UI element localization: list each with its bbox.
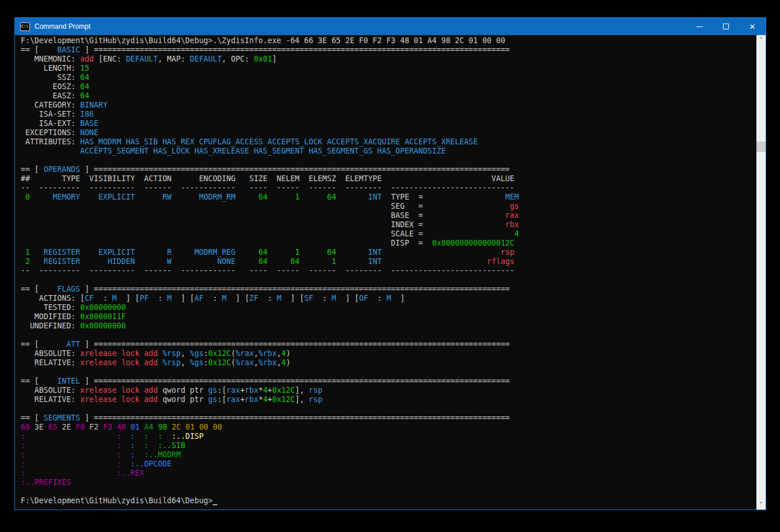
console-line: 66 3E 65 2E F0 F2 F3 48 01 A4 98 2C 01 0…: [21, 423, 755, 432]
maximize-button[interactable]: [713, 18, 739, 35]
console-line: BASE = rax: [21, 211, 755, 220]
console-line: SSZ: 64: [21, 73, 755, 82]
scrollbar-up-arrow[interactable]: ˄: [756, 35, 766, 45]
titlebar[interactable]: C:\ Command Prompt ✕: [15, 18, 766, 35]
console-line: : : : : : :..DISP: [21, 432, 755, 441]
console-area[interactable]: F:\Development\GitHub\zydis\Build64\Debu…: [15, 35, 766, 510]
console-line: ACCEPTS_SEGMENT HAS_LOCK HAS_XRELEASE HA…: [21, 147, 755, 156]
console-line: 0 MEMORY EXPLICIT RW MODRM_RM 64 1 64 IN…: [21, 193, 755, 202]
console-line: : : : : :..SIB: [21, 441, 755, 450]
console-line: == [ BASIC ] ===========================…: [21, 45, 755, 55]
window-controls: ✕: [686, 18, 766, 35]
titlebar-left: C:\ Command Prompt: [20, 22, 90, 31]
console-line: ## TYPE VISIBILITY ACTION ENCODING SIZE …: [21, 174, 755, 183]
console-line: DISP = 0x000000000000012C: [21, 239, 755, 248]
console-line: : : :..OPCODE: [21, 460, 755, 469]
console-line: -- --------- ---------- ------ ---------…: [21, 266, 755, 275]
minimize-icon: [697, 26, 703, 27]
console-line: F:\Development\GitHub\zydis\Build64\Debu…: [21, 496, 755, 506]
console-line: [21, 331, 755, 340]
console-line: == [ OPERANDS ] ========================…: [21, 165, 755, 174]
close-button[interactable]: ✕: [739, 18, 766, 35]
maximize-icon: [723, 24, 729, 29]
minimize-button[interactable]: [686, 18, 713, 35]
scrollbar-down-arrow[interactable]: ˅: [756, 500, 766, 510]
terminal-text: F:\Development\GitHub\zydis\Build64\Debu…: [21, 36, 755, 510]
console-line: MODIFIED: 0x0000011F: [21, 312, 755, 322]
console-line: 2 REGISTER HIDDEN W NONE 64 64 1 INT rfl…: [21, 257, 755, 266]
console-line: CATEGORY: BINARY: [21, 101, 755, 110]
console-line: EOSZ: 64: [21, 82, 755, 91]
console-line: SCALE = 4: [21, 229, 755, 239]
console-line: ACTIONS: [CF : M ] [PF : M ] [AF : M ] […: [21, 294, 755, 303]
console-line: ISA-EXT: BASE: [21, 119, 755, 128]
console-line: -- --------- ---------- ------ ---------…: [21, 183, 755, 193]
console-line: EXCEPTIONS: NONE: [21, 128, 755, 137]
console-line: 1 REGISTER EXPLICIT R MODRM_REG 64 1 64 …: [21, 248, 755, 257]
scrollbar[interactable]: ˄ ˅: [756, 35, 766, 510]
console-line: == [ SEGMENTS ] ========================…: [21, 414, 755, 423]
console-line: UNDEFINED: 0x00000000: [21, 322, 755, 331]
console-line: == [ ATT ] =============================…: [21, 340, 755, 349]
console-line: == [ INTEL ] ===========================…: [21, 377, 755, 386]
console-line: RELATIVE: xrelease lock add %rsp, %gs:0x…: [21, 358, 755, 368]
console-line: [21, 156, 755, 165]
cmd-icon: C:\: [20, 22, 30, 31]
close-icon: ✕: [749, 23, 756, 30]
console-line: SEG = gs: [21, 202, 755, 211]
console-line: TESTED: 0x00000000: [21, 303, 755, 312]
console-line: ISA-SET: I86: [21, 110, 755, 119]
console-line: ATTRIBUTES: HAS_MODRM HAS_SIB HAS_REX CP…: [21, 137, 755, 147]
console-line: RELATIVE: xrelease lock add qword ptr gs…: [21, 395, 755, 404]
console-line: == [ FLAGS ] ===========================…: [21, 285, 755, 294]
console-line: [21, 368, 755, 377]
console-line: [21, 404, 755, 414]
console-line: INDEX = rbx: [21, 220, 755, 229]
scrollbar-thumb[interactable]: [756, 141, 766, 152]
console-line: MNEMONIC: add [ENC: DEFAULT, MAP: DEFAUL…: [21, 55, 755, 64]
window-title: Command Prompt: [35, 22, 90, 30]
terminal-window: C:\ Command Prompt ✕ F:\Development\GitH…: [14, 17, 766, 510]
console-line: ABSOLUTE: xrelease lock add %rsp, %gs:0x…: [21, 349, 755, 358]
console-line: ABSOLUTE: xrelease lock add qword ptr gs…: [21, 386, 755, 395]
console-line: EASZ: 64: [21, 91, 755, 101]
console-line: : :..REX: [21, 469, 755, 478]
console-line: [21, 275, 755, 285]
console-line: F:\Development\GitHub\zydis\Build64\Debu…: [21, 36, 755, 45]
console-line: LENGTH: 15: [21, 64, 755, 73]
console-line: :..PREFIXES: [21, 478, 755, 487]
console-line: : : : :..MODRM: [21, 450, 755, 460]
console-line: [21, 487, 755, 496]
